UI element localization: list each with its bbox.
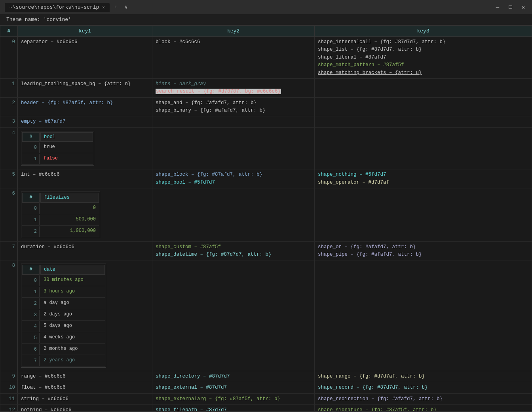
table-row: 6 # filesizes 0 0 1 500,000 <box>0 188 532 242</box>
data-table: # key1 key2 key3 0 separator – #c6c6c6 b… <box>0 25 532 411</box>
inner-col-filesizes: filesizes <box>40 193 99 203</box>
date-1: 3 hours ago <box>40 287 105 298</box>
row-11-key3: shape_redirection – {fg: #afafd7, attr: … <box>315 393 532 404</box>
col1-header: key1 <box>18 26 152 37</box>
row-0-key3: shape_internalcall – {fg: #87d7d7, attr:… <box>315 37 532 79</box>
date-7: 2 years ago <box>40 356 105 366</box>
row-5-key1: int – #c6c6c6 <box>18 169 152 188</box>
row-index: 1 <box>0 78 18 97</box>
table-row: 9 range – #c6c6c6 shape_directory – #87d… <box>0 371 532 382</box>
tab-area: ~\source\repos\forks\nu-scrip ✕ + ∨ <box>5 2 494 12</box>
row-6-key1: # filesizes 0 0 1 500,000 2 <box>18 188 152 242</box>
col0-header: # <box>0 26 18 37</box>
row-3-key3 <box>315 116 532 127</box>
row-index: 12 <box>0 405 18 411</box>
row-2-key3 <box>315 97 532 116</box>
row-1-key3 <box>315 78 532 97</box>
inner-row-1: 1 <box>22 154 40 165</box>
row-index: 8 <box>0 260 18 371</box>
filesizes-table: # filesizes 0 0 1 500,000 2 <box>21 192 100 238</box>
row-5-key3: shape_nothing – #5fd7d7 shape_operator –… <box>315 169 532 188</box>
inner-col-hash: # <box>22 265 40 275</box>
row-9-key2: shape_directory – #87d7d7 <box>152 371 315 382</box>
row-8-key1: # date 0 30 minutes ago 1 3 hours ago <box>18 260 152 371</box>
date-3: 2 days ago <box>40 310 105 321</box>
tab-close-button[interactable]: ✕ <box>102 5 105 10</box>
tab-dropdown-button[interactable]: ∨ <box>122 2 130 12</box>
row-index: 6 <box>0 188 18 242</box>
inner-col-hash: # <box>22 193 40 203</box>
filesize-2: 1,000,000 <box>40 226 99 237</box>
date-2: a day ago <box>40 298 105 309</box>
row-index: 11 <box>0 393 18 404</box>
row-0-key2: block – #c6c6c6 <box>152 37 315 79</box>
table-row: 10 float – #c6c6c6 shape_external – #87d… <box>0 382 532 393</box>
table-row: 8 # date 0 30 minutes ago 1 3 h <box>0 260 532 371</box>
row-2-key1: header – {fg: #87af5f, attr: b} <box>18 97 152 116</box>
row-3-key1: empty – #87afd7 <box>18 116 152 127</box>
new-tab-button[interactable]: + <box>111 3 121 12</box>
window-controls: — □ ✕ <box>494 3 527 11</box>
row-7-key3: shape_or – {fg: #afafd7, attr: b} shape_… <box>315 241 532 260</box>
row-12-key1: nothing – #c6c6c6 <box>18 405 152 411</box>
col2-header: key2 <box>152 26 315 37</box>
main-content[interactable]: # key1 key2 key3 0 separator – #c6c6c6 b… <box>0 25 532 411</box>
date-table: # date 0 30 minutes ago 1 3 hours ago <box>21 264 106 368</box>
inner-row-4: 4 <box>22 321 40 332</box>
table-row: 12 nothing – #c6c6c6 shape_filepath – #8… <box>0 405 532 411</box>
inner-row-2: 2 <box>22 226 40 237</box>
row-9-key3: shape_range – {fg: #d7d7af, attr: b} <box>315 371 532 382</box>
row-12-key2: shape_filepath – #87d7d7 <box>152 405 315 411</box>
theme-name-text: Theme name: 'corvine' <box>6 17 71 23</box>
row-10-key1: float – #c6c6c6 <box>18 382 152 393</box>
table-row: 0 separator – #c6c6c6 block – #c6c6c6 sh… <box>0 37 532 79</box>
row-5-key2: shape_block – {fg: #87afd7, attr: b} sha… <box>152 169 315 188</box>
row-4-key2 <box>152 127 315 169</box>
filesize-1: 500,000 <box>40 215 99 226</box>
row-10-key2: shape_external – #87d7d7 <box>152 382 315 393</box>
row-3-key2 <box>152 116 315 127</box>
inner-col-bool: bool <box>40 132 93 142</box>
table-row: 11 string – #c6c6c6 shape_externalarg – … <box>0 393 532 404</box>
date-4: 5 days ago <box>40 321 105 332</box>
row-6-key2 <box>152 188 315 242</box>
date-6: 2 months ago <box>40 344 105 355</box>
row-index: 4 <box>0 127 18 169</box>
maximize-button[interactable]: □ <box>506 3 514 11</box>
row-6-key3 <box>315 188 532 242</box>
row-index: 9 <box>0 371 18 382</box>
inner-row-2: 2 <box>22 298 40 309</box>
table-row: 4 # bool 0 true 1 false <box>0 127 532 169</box>
row-index: 0 <box>0 37 18 79</box>
minimize-button[interactable]: — <box>494 3 502 11</box>
inner-row-0: 0 <box>22 275 40 286</box>
row-11-key1: string – #c6c6c6 <box>18 393 152 404</box>
row-11-key2: shape_externalarg – {fg: #87af5f, attr: … <box>152 393 315 404</box>
row-1-key2: hints – dark_gray search_result – {fg: #… <box>152 78 315 97</box>
active-tab[interactable]: ~\source\repos\forks\nu-scrip ✕ <box>5 3 110 12</box>
close-window-button[interactable]: ✕ <box>519 3 527 11</box>
row-4-key1: # bool 0 true 1 false <box>18 127 152 169</box>
table-row: 5 int – #c6c6c6 shape_block – {fg: #87af… <box>0 169 532 188</box>
inner-col-hash: # <box>22 132 40 142</box>
row-index: 3 <box>0 116 18 127</box>
title-bar: ~\source\repos\forks\nu-scrip ✕ + ∨ — □ … <box>0 0 532 14</box>
row-index: 7 <box>0 241 18 260</box>
row-2-key2: shape_and – {fg: #afafd7, attr: b} shape… <box>152 97 315 116</box>
inner-row-5: 5 <box>22 333 40 344</box>
bool-table: # bool 0 true 1 false <box>21 131 94 166</box>
row-10-key3: shape_record – {fg: #87d7d7, attr: b} <box>315 382 532 393</box>
inner-row-0: 0 <box>22 203 40 214</box>
row-index: 5 <box>0 169 18 188</box>
col3-header: key3 <box>315 26 532 37</box>
tab-label: ~\source\repos\forks\nu-scrip <box>10 4 99 10</box>
row-8-key3 <box>315 260 532 371</box>
table-row: 2 header – {fg: #87af5f, attr: b} shape_… <box>0 97 532 116</box>
row-4-key3 <box>315 127 532 169</box>
row-8-key2 <box>152 260 315 371</box>
inner-row-1: 1 <box>22 287 40 298</box>
table-header-row: # key1 key2 key3 <box>0 26 532 37</box>
row-9-key1: range – #c6c6c6 <box>18 371 152 382</box>
table-row: 3 empty – #87afd7 <box>0 116 532 127</box>
inner-row-1: 1 <box>22 215 40 226</box>
